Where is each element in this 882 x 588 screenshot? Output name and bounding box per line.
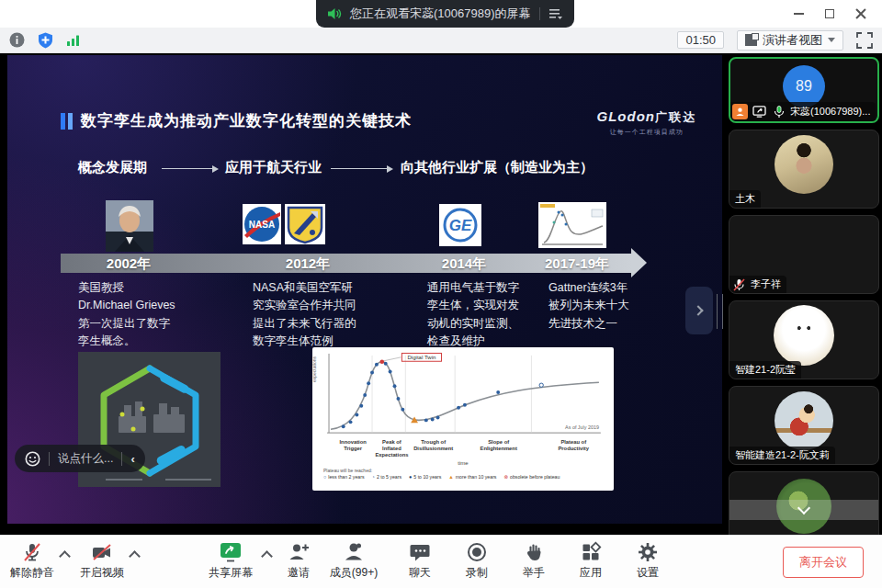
- unmute-button[interactable]: 解除静音: [6, 541, 59, 581]
- apps-button[interactable]: 应用: [564, 541, 617, 581]
- info-icon[interactable]: [9, 32, 25, 48]
- mic-active-icon: [771, 105, 786, 119]
- screen-share-status-icon: [752, 105, 767, 119]
- layout-icon: [745, 34, 757, 46]
- network-signal-icon[interactable]: [66, 34, 81, 47]
- air-force-badge: [285, 204, 325, 248]
- raise-hand-icon: [523, 541, 545, 563]
- sidebar-collapse-handle[interactable]: [685, 287, 713, 334]
- panel-resize-grip[interactable]: [717, 294, 723, 329]
- chat-quick-input[interactable]: 说点什么... ‹: [15, 445, 145, 472]
- participant-name: 智能建造21-2-阮文莉: [735, 448, 830, 462]
- window-titlebar: 您正在观看宋蕊(10067989)的屏幕: [0, 0, 882, 28]
- members-icon: [343, 541, 365, 563]
- share-screen-icon: [219, 541, 243, 563]
- emoji-icon[interactable]: [25, 451, 40, 467]
- gartner-xlabel: time: [318, 460, 608, 466]
- gartner-ylabel: expectations: [311, 356, 317, 382]
- chat-button[interactable]: 聊天: [393, 541, 447, 581]
- avatar: [774, 305, 834, 366]
- invite-person-icon: [288, 541, 310, 563]
- arrow-icon: [162, 168, 213, 169]
- chat-placeholder[interactable]: 说点什么...: [58, 451, 113, 467]
- milestone-text-3: 通用电气基于数字 孪生体，实现对发 动机的实时监测、 检查及维护: [427, 279, 519, 351]
- divider: [49, 452, 50, 466]
- svg-text:Digital Twin: Digital Twin: [407, 355, 435, 360]
- milestone-text-4: Gattner连续3年 被列为未来十大 先进技术之一: [548, 279, 629, 333]
- participant-tile-video[interactable]: 李子祥: [729, 215, 879, 294]
- svg-text:As of July 2019: As of July 2019: [565, 424, 599, 430]
- view-mode-button[interactable]: 演讲者视图: [737, 30, 843, 51]
- ge-logo: GE: [439, 204, 481, 250]
- window-controls: [783, 0, 876, 28]
- banner-menu-icon[interactable]: [548, 7, 563, 20]
- avatar: [775, 135, 833, 194]
- gartner-thumbnail: [538, 202, 606, 252]
- participant-name: 宋蕊(10067989)...: [790, 105, 870, 119]
- mic-muted-icon: [21, 541, 43, 563]
- gartner-legend: ○less than 2 years ◔2 to 5 years ●5 to 1…: [323, 474, 608, 480]
- security-shield-icon[interactable]: [38, 32, 53, 49]
- phase-3: 向其他行业扩展（制造业为主）: [401, 159, 594, 176]
- timeline-year-1: 2002年: [107, 255, 151, 273]
- participant-tile[interactable]: 土木: [729, 130, 879, 209]
- raise-hand-button[interactable]: 举手: [507, 541, 560, 581]
- start-video-button[interactable]: 开启视频: [75, 541, 129, 581]
- apps-grid-icon: [580, 541, 602, 563]
- divider: [121, 452, 122, 466]
- avatar: [775, 391, 833, 450]
- share-screen-button[interactable]: 共享屏幕: [204, 541, 257, 581]
- participant-name: 李子祥: [751, 277, 781, 291]
- meeting-timer: 01:50: [677, 31, 724, 49]
- gartner-phase-labels: Innovation Trigger Peak of Inflated Expe…: [331, 439, 608, 459]
- chevron-right-icon: [693, 305, 703, 315]
- participant-tile[interactable]: 智能建造21-2-阮文莉: [729, 386, 879, 465]
- shared-screen-stage: 数字孪生成为推动产业数字化转型的关键技术 GLodon广联达 让每一个工程项目成…: [0, 53, 726, 535]
- watching-banner: 您正在观看宋蕊(10067989)的屏幕: [316, 0, 574, 28]
- grieves-portrait: [106, 200, 153, 255]
- watching-text: 您正在观看宋蕊(10067989)的屏幕: [350, 6, 531, 22]
- participant-name: 土木: [735, 192, 755, 206]
- chevron-down-icon: [828, 38, 835, 42]
- participants-sidebar: 89 宋蕊(10067989)... 土木: [726, 53, 882, 535]
- chat-collapse-arrow[interactable]: ‹: [130, 452, 134, 466]
- participant-name: 智建21-2阮莹: [735, 363, 796, 377]
- milestone-text-1: 美国教授 Dr.Michael Grieves 第一次提出了数字 孪生概念。: [78, 279, 175, 351]
- nasa-logo: NASA: [243, 204, 281, 248]
- meeting-window: 您正在观看宋蕊(10067989)的屏幕: [0, 0, 882, 588]
- record-button[interactable]: 录制: [450, 541, 503, 581]
- settings-button[interactable]: 设置: [621, 541, 674, 581]
- maximize-button[interactable]: [814, 0, 845, 28]
- video-options-chevron[interactable]: [129, 550, 141, 562]
- svg-text:NASA: NASA: [249, 220, 275, 230]
- brand-tagline: 让每一个工程项目成功: [597, 128, 696, 137]
- title-accent-icon: [61, 113, 73, 130]
- timeline-year-3: 2014年: [442, 255, 486, 273]
- share-options-chevron[interactable]: [261, 550, 273, 562]
- participant-tile[interactable]: 智建21-2阮莹: [729, 300, 879, 379]
- svg-text:GE: GE: [449, 217, 472, 234]
- minimize-button[interactable]: [783, 0, 814, 28]
- mic-muted-icon: [731, 277, 747, 291]
- slide-title: 数字孪生成为推动产业数字化转型的关键技术: [81, 110, 412, 131]
- milestone-text-2: NASA和美国空军研 究实验室合作并共同 提出了未来飞行器的 数字孪生体范例: [253, 279, 356, 351]
- phase-2: 应用于航天行业: [225, 159, 322, 176]
- close-button[interactable]: [845, 0, 876, 28]
- mic-options-chevron[interactable]: [59, 550, 71, 562]
- participant-tile-speaker[interactable]: 89 宋蕊(10067989)...: [729, 57, 879, 123]
- status-toolbar: 01:50 演讲者视图: [0, 28, 882, 53]
- members-button[interactable]: 成员(99+): [323, 541, 384, 581]
- gartner-hype-cycle-chart: expectations: [312, 347, 614, 491]
- leave-meeting-button[interactable]: 离开会议: [783, 547, 864, 578]
- invite-button[interactable]: 邀请: [272, 541, 325, 581]
- gartner-legend-title: Plateau will be reached:: [323, 468, 608, 473]
- gear-icon: [637, 541, 659, 563]
- avatar: 89: [783, 65, 825, 107]
- arrow-icon: [331, 168, 388, 169]
- timeline-year-2: 2012年: [286, 255, 330, 273]
- glodon-logo: GLodon广联达 让每一个工程项目成功: [597, 108, 696, 137]
- fullscreen-icon[interactable]: [856, 32, 873, 49]
- speaker-icon: [327, 7, 342, 20]
- phase-1: 概念发展期: [78, 159, 147, 176]
- participant-tile[interactable]: [729, 471, 879, 535]
